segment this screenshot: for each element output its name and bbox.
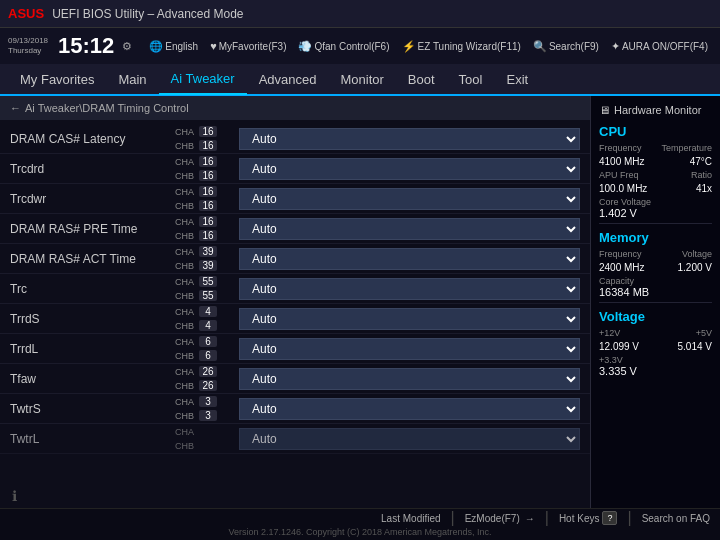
footer-search-faq[interactable]: Search on FAQ [642, 513, 710, 524]
table-row: Trcdwr CHA16 CHB16 Auto [0, 184, 590, 214]
hw-volt-12-values: 12.099 V 5.014 V [599, 341, 712, 352]
dram-dropdown-3[interactable]: Auto [239, 218, 580, 240]
dram-dropdown-1[interactable]: Auto [239, 158, 580, 180]
table-row: TwtrL CHA CHB Auto [0, 424, 590, 454]
table-row: Tfaw CHA26 CHB26 Auto [0, 364, 590, 394]
hw-mem-freq-row: Frequency Voltage [599, 249, 712, 259]
hw-mem-capacity-value: 16384 MB [599, 286, 712, 298]
dram-dropdown-0[interactable]: Auto [239, 128, 580, 150]
table-row: DRAM RAS# ACT Time CHA39 CHB39 Auto [0, 244, 590, 274]
hw-mem-freq-values: 2400 MHz 1.200 V [599, 262, 712, 273]
dram-dropdown-8[interactable]: Auto [239, 368, 580, 390]
nav-aitweaker[interactable]: Ai Tweaker [159, 63, 247, 95]
table-row: Trcdrd CHA16 CHB16 Auto [0, 154, 590, 184]
breadcrumb: ← Ai Tweaker\DRAM Timing Control [0, 96, 590, 120]
nav-advanced[interactable]: Advanced [247, 63, 329, 95]
util-qfan[interactable]: 💨 Qfan Control(F6) [298, 40, 389, 53]
table-row: DRAM CAS# Latency CHA16 CHB16 Auto [0, 124, 590, 154]
footer-ezmode[interactable]: EzMode(F7) → [465, 513, 535, 524]
table-row: TwtrS CHA3 CHB3 Auto [0, 394, 590, 424]
table-row: TrrdS CHA4 CHB4 Auto [0, 304, 590, 334]
nav-main[interactable]: Main [106, 63, 158, 95]
breadcrumb-path: Ai Tweaker\DRAM Timing Control [25, 102, 189, 114]
hw-monitor-title: 🖥 Hardware Monitor [599, 104, 712, 116]
util-myfavorite[interactable]: ♥ MyFavorite(F3) [210, 40, 286, 52]
nav-tool[interactable]: Tool [447, 63, 495, 95]
hw-mem-capacity-label: Capacity [599, 276, 712, 286]
main-content: ← Ai Tweaker\DRAM Timing Control DRAM CA… [0, 96, 720, 508]
hw-core-voltage-label: Core Voltage [599, 197, 712, 207]
asus-logo: ASUS [8, 6, 44, 21]
util-search[interactable]: 🔍 Search(F9) [533, 40, 599, 53]
nav-monitor[interactable]: Monitor [329, 63, 396, 95]
nav-exit[interactable]: Exit [494, 63, 540, 95]
util-aura[interactable]: ✦ AURA ON/OFF(F4) [611, 40, 708, 53]
bios-title: UEFI BIOS Utility – Advanced Mode [52, 7, 243, 21]
date-block: 09/13/2018Thursday [8, 36, 48, 55]
dram-dropdown-4[interactable]: Auto [239, 248, 580, 270]
left-panel: ← Ai Tweaker\DRAM Timing Control DRAM CA… [0, 96, 590, 508]
hw-volt-33-value: 3.335 V [599, 365, 712, 377]
nav-bar: My Favorites Main Ai Tweaker Advanced Mo… [0, 64, 720, 96]
dram-dropdown-7[interactable]: Auto [239, 338, 580, 360]
util-eztuning[interactable]: ⚡ EZ Tuning Wizard(F11) [402, 40, 521, 53]
dram-table: DRAM CAS# Latency CHA16 CHB16 Auto Trcdr… [0, 120, 590, 458]
hw-divider-1 [599, 223, 712, 224]
nav-boot[interactable]: Boot [396, 63, 447, 95]
footer-hotkeys: Hot Keys ? [559, 511, 618, 525]
util-english[interactable]: 🌐 English [149, 40, 198, 53]
footer: Last Modified | EzMode(F7) → | Hot Keys … [0, 508, 720, 540]
right-panel: 🖥 Hardware Monitor CPU Frequency Tempera… [590, 96, 720, 508]
back-arrow-icon[interactable]: ← [10, 102, 21, 114]
header-row: 09/13/2018Thursday 15:12 ⚙ 🌐 English ♥ M… [0, 28, 720, 64]
dram-dropdown-9[interactable]: Auto [239, 398, 580, 420]
table-row: DRAM RAS# PRE Time CHA16 CHB16 Auto [0, 214, 590, 244]
hw-cpu-apufreq-values: 100.0 MHz 41x [599, 183, 712, 194]
hw-monitor-icon: 🖥 [599, 104, 610, 116]
hw-volt-12-row: +12V +5V [599, 328, 712, 338]
gear-icon[interactable]: ⚙ [122, 40, 132, 53]
top-bar: ASUS UEFI BIOS Utility – Advanced Mode [0, 0, 720, 28]
hw-memory-title: Memory [599, 230, 712, 245]
hw-voltage-title: Voltage [599, 309, 712, 324]
hw-cpu-title: CPU [599, 124, 712, 139]
dram-dropdown-10[interactable]: Auto [239, 428, 580, 450]
hotkeys-key[interactable]: ? [602, 511, 617, 525]
date-text: 09/13/2018Thursday [8, 36, 48, 55]
hw-core-voltage-value: 1.402 V [599, 207, 712, 219]
nav-myfavorites[interactable]: My Favorites [8, 63, 106, 95]
dram-dropdown-5[interactable]: Auto [239, 278, 580, 300]
footer-copyright: Version 2.17.1246. Copyright (C) 2018 Am… [0, 527, 720, 540]
time-display: 15:12 [58, 35, 114, 57]
hw-cpu-freq-values: 4100 MHz 47°C [599, 156, 712, 167]
dram-dropdown-2[interactable]: Auto [239, 188, 580, 210]
hw-cpu-freq-row: Frequency Temperature [599, 143, 712, 153]
table-row: TrrdL CHA6 CHB6 Auto [0, 334, 590, 364]
table-row: Trc CHA55 CHB55 Auto [0, 274, 590, 304]
hw-cpu-apufreq-row: APU Freq Ratio [599, 170, 712, 180]
footer-last-modified: Last Modified [381, 513, 440, 524]
footer-top: Last Modified | EzMode(F7) → | Hot Keys … [0, 509, 720, 527]
hw-volt-33-label: +3.3V [599, 355, 712, 365]
info-icon[interactable]: ℹ [12, 488, 17, 504]
hw-divider-2 [599, 302, 712, 303]
dram-dropdown-6[interactable]: Auto [239, 308, 580, 330]
